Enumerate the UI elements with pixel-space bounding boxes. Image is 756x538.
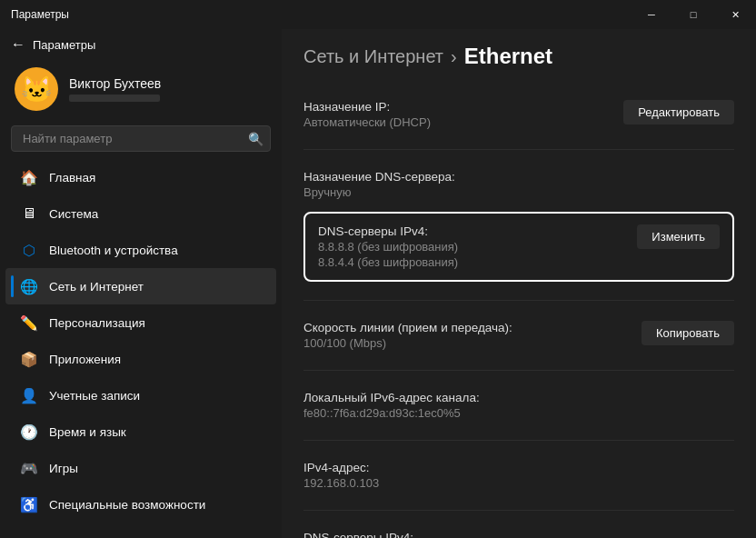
sidebar-item-system[interactable]: 🖥 Система [5, 195, 276, 232]
avatar[interactable]: 🐱 [15, 67, 58, 111]
personalization-icon: ✏️ [20, 314, 38, 332]
titlebar-controls: ─ □ ✕ [631, 0, 756, 29]
home-icon: 🏠 [20, 168, 38, 186]
bluetooth-icon: ⬡ [20, 241, 38, 259]
main-content: Сеть и Интернет › Ethernet Назначение IP… [282, 29, 756, 538]
sidebar-item-bluetooth[interactable]: ⬡ Bluetooth и устройства [5, 232, 276, 268]
sidebar-item-accessibility[interactable]: ♿ Специальные возможности [5, 486, 276, 523]
ip-assignment-value: Автоматически (DHCP) [303, 115, 623, 129]
sidebar-item-time[interactable]: 🕐 Время и язык [5, 413, 276, 450]
sidebar-item-home[interactable]: 🏠 Главная [5, 159, 276, 195]
app-body: ← Параметры 🐱 Виктор Бухтеев 🔍 🏠 Главная… [0, 29, 756, 538]
breadcrumb-separator: › [451, 46, 457, 67]
sidebar-item-label-time: Время и язык [49, 425, 126, 439]
sidebar-back-label: Параметры [33, 38, 95, 52]
sidebar-item-label-accounts: Учетные записи [49, 389, 140, 403]
maximize-button[interactable]: □ [672, 0, 714, 29]
sidebar-item-label-apps: Приложения [49, 353, 121, 366]
ipv4-left: IPv4-адрес: 192.168.0.103 [303, 461, 734, 490]
ip-assignment-left: Назначение IP: Автоматически (DHCP) [303, 100, 623, 129]
content-body: Назначение IP: Автоматически (DHCP) Реда… [282, 80, 756, 538]
ip-edit-button[interactable]: Редактировать [623, 100, 734, 125]
time-icon: 🕐 [20, 423, 38, 441]
sidebar-item-apps[interactable]: 📦 Приложения [5, 341, 276, 377]
sidebar-item-label-personalization: Персонализация [49, 316, 145, 330]
sidebar-nav: 🏠 Главная 🖥 Система ⬡ Bluetooth и устрой… [0, 159, 282, 523]
ipv4-value: 192.168.0.103 [303, 476, 734, 490]
search-box: 🔍 [11, 125, 271, 152]
system-icon: 🖥 [20, 204, 38, 223]
user-info: Виктор Бухтеев [69, 76, 161, 102]
sidebar-item-label-games: Игры [49, 462, 78, 475]
close-button[interactable]: ✕ [714, 0, 756, 29]
dns-assignment-label: Назначение DNS-сервера: [303, 170, 734, 184]
user-section: 🐱 Виктор Бухтеев [0, 60, 282, 125]
dns-ipv4-highlighted-label: DNS-серверы IPv4: [318, 224, 637, 238]
line-speed-row: Скорость линии (прием и передача): 100/1… [303, 312, 734, 359]
dns-ipv4-section: DNS-серверы IPv4: 8.8.8.8 (без шифровани… [303, 511, 734, 538]
accounts-icon: 👤 [20, 386, 38, 404]
ipv4-label: IPv4-адрес: [303, 461, 734, 474]
sidebar-item-label-network: Сеть и Интернет [49, 280, 144, 294]
ipv6-local-left: Локальный IPv6-адрес канала: fe80::7f6a:… [303, 391, 734, 420]
dns-assignment-section: Назначение DNS-сервера: Вручную DNS-серв… [303, 150, 734, 301]
titlebar-title: Параметры [11, 8, 69, 21]
sidebar-item-label-accessibility: Специальные возможности [49, 498, 205, 512]
ip-assignment-section: Назначение IP: Автоматически (DHCP) Реда… [303, 80, 734, 150]
sidebar-item-network[interactable]: 🌐 Сеть и Интернет [5, 268, 276, 304]
dns-ipv4-highlighted-box: DNS-серверы IPv4: 8.8.8.8 (без шифровани… [303, 212, 734, 282]
user-name: Виктор Бухтеев [69, 76, 161, 91]
sidebar-back-button[interactable]: ← Параметры [0, 29, 282, 60]
dns-ipv4-highlighted-left: DNS-серверы IPv4: 8.8.8.8 (без шифровани… [318, 224, 637, 269]
line-speed-value: 100/100 (Mbps) [303, 336, 642, 350]
breadcrumb-current: Ethernet [464, 44, 552, 69]
search-input[interactable] [11, 125, 271, 152]
dns-assignment-left: Назначение DNS-сервера: Вручную [303, 170, 734, 199]
line-speed-label: Скорость линии (прием и передача): [303, 321, 642, 334]
copy-button[interactable]: Копировать [642, 321, 734, 345]
dns-ipv4-value1: 8.8.8.8 (без шифрования) [318, 240, 637, 254]
dns-change-button[interactable]: Изменить [637, 224, 720, 249]
minimize-button[interactable]: ─ [631, 0, 672, 29]
dns-ipv4-value2: 8.8.4.4 (без шифрования) [318, 255, 637, 269]
line-speed-section: Скорость линии (прием и передача): 100/1… [303, 301, 734, 371]
dns-ipv4-row: DNS-серверы IPv4: 8.8.8.8 (без шифровани… [303, 522, 734, 538]
ipv6-local-label: Локальный IPv6-адрес канала: [303, 391, 734, 404]
ipv6-local-row: Локальный IPv6-адрес канала: fe80::7f6a:… [303, 382, 734, 429]
ipv6-local-value: fe80::7f6a:d29a:d93c:1ec0%5 [303, 406, 734, 420]
user-email [69, 95, 160, 102]
dns-ipv4-label: DNS-серверы IPv4: [303, 531, 734, 538]
content-header: Сеть и Интернет › Ethernet [282, 29, 756, 80]
sidebar-item-label-system: Система [49, 207, 98, 221]
titlebar: Параметры ─ □ ✕ [0, 0, 756, 29]
dns-assignment-row: Назначение DNS-сервера: Вручную [303, 161, 734, 208]
accessibility-icon: ♿ [20, 495, 38, 513]
sidebar-item-label-bluetooth: Bluetooth и устройства [49, 244, 178, 257]
breadcrumb-parent: Сеть и Интернет [303, 46, 443, 67]
ipv4-section: IPv4-адрес: 192.168.0.103 [303, 441, 734, 511]
ip-assignment-label: Назначение IP: [303, 100, 623, 114]
ipv4-row: IPv4-адрес: 192.168.0.103 [303, 452, 734, 499]
dns-assignment-value: Вручную [303, 185, 734, 199]
ip-assignment-row: Назначение IP: Автоматически (DHCP) Реда… [303, 91, 734, 138]
ipv6-local-section: Локальный IPv6-адрес канала: fe80::7f6a:… [303, 371, 734, 441]
back-arrow-icon: ← [11, 36, 25, 53]
sidebar-item-accounts[interactable]: 👤 Учетные записи [5, 377, 276, 413]
sidebar-item-personalization[interactable]: ✏️ Персонализация [5, 304, 276, 341]
line-speed-left: Скорость линии (прием и передача): 100/1… [303, 321, 642, 350]
games-icon: 🎮 [20, 459, 38, 477]
sidebar: ← Параметры 🐱 Виктор Бухтеев 🔍 🏠 Главная… [0, 29, 282, 538]
search-icon: 🔍 [248, 132, 264, 146]
sidebar-item-label-home: Главная [49, 171, 95, 184]
dns-ipv4-left: DNS-серверы IPv4: 8.8.8.8 (без шифровани… [303, 531, 734, 538]
sidebar-item-games[interactable]: 🎮 Игры [5, 450, 276, 486]
apps-icon: 📦 [20, 350, 38, 368]
network-icon: 🌐 [20, 277, 38, 295]
